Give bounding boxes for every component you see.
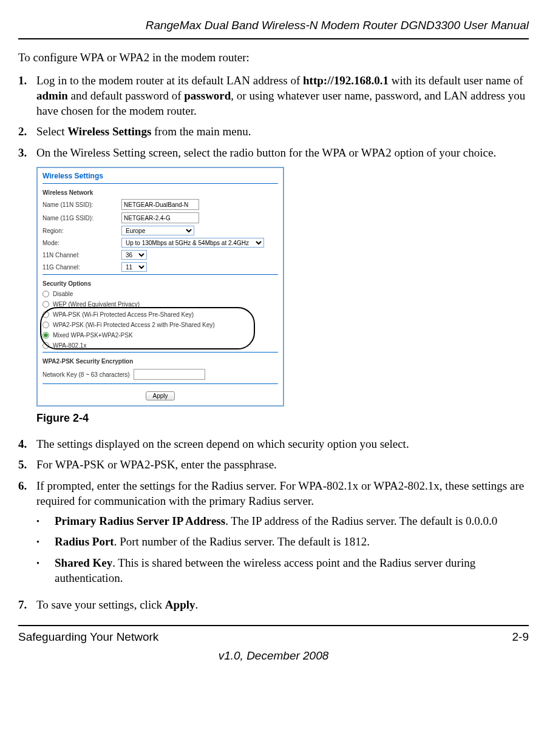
opt-wpa-psk: WPA-PSK (Wi-Fi Protected Access Pre-Shar… — [38, 309, 283, 320]
step-number: 3. — [18, 146, 36, 161]
step-number: 7. — [18, 598, 36, 613]
row-mode: Mode: Up to 130Mbps at 5GHz & 54Mbps at … — [38, 237, 283, 249]
steps-list: 1. Log in to the modem router at its def… — [18, 73, 529, 160]
text: Shared Key. This is shared between the w… — [55, 556, 529, 586]
doc-title: RangeMax Dual Band Wireless-N Modem Rout… — [18, 18, 529, 33]
opt-disable: Disable — [38, 289, 283, 299]
label: 11G Channel: — [42, 263, 121, 271]
row-11n-channel: 11N Channel: 36 — [38, 249, 283, 261]
step-text: Log in to the modem router at its defaul… — [36, 73, 529, 118]
step-2: 2. Select Wireless Settings from the mai… — [18, 124, 529, 140]
label: 11N Channel: — [42, 251, 121, 259]
encryption-heading: WPA2-PSK Security Encryption — [38, 356, 283, 366]
bullet-icon: • — [36, 514, 55, 529]
figure-screenshot: Wireless Settings Wireless Network Name … — [36, 167, 529, 407]
label: Mixed WPA-PSK+WPA2-PSK — [53, 331, 133, 339]
footer-version: v1.0, December 2008 — [18, 649, 529, 664]
row-11g-channel: 11G Channel: 11 — [38, 261, 283, 273]
step-number: 1. — [18, 73, 36, 118]
step-number: 4. — [18, 437, 36, 452]
row-network-key: Network Key (8 ~ 63 characters) — [38, 366, 283, 382]
network-key-input[interactable] — [134, 369, 205, 380]
page-footer: Safeguarding Your Network 2-9 v1.0, Dece… — [18, 625, 529, 663]
row-region: Region: Europe — [38, 224, 283, 237]
step-text: Select Wireless Settings from the main m… — [36, 124, 529, 140]
footer-line: Safeguarding Your Network 2-9 — [18, 630, 529, 645]
opt-mixed: Mixed WPA-PSK+WPA2-PSK — [38, 330, 283, 340]
region-select[interactable]: Europe — [121, 226, 194, 235]
row-name-11g: Name (11G SSID): — [38, 211, 283, 224]
divider — [42, 183, 278, 184]
apply-row: Apply — [38, 388, 283, 405]
radio-wpa2-psk[interactable] — [42, 322, 49, 328]
intro-text: To configure WPA or WPA2 in the modem ro… — [18, 50, 529, 66]
security-options-group: Disable WEP (Wired Equivalent Privacy) W… — [38, 289, 283, 351]
label: WEP (Wired Equivalent Privacy) — [53, 300, 140, 308]
header-rule — [18, 38, 529, 39]
divider — [42, 383, 278, 384]
label: Mode: — [42, 239, 121, 247]
radio-wpa-8021x[interactable] — [42, 342, 49, 349]
footer-left: Safeguarding Your Network — [18, 630, 158, 645]
channel-11g-select[interactable]: 11 — [121, 262, 147, 272]
step-6: 6. If prompted, enter the settings for t… — [18, 479, 529, 592]
step-number: 5. — [18, 457, 36, 473]
sub-primary-ip: •Primary Radius Server IP Address. The I… — [36, 514, 529, 529]
text: . — [195, 598, 199, 611]
opt-wep: WEP (Wired Equivalent Privacy) — [38, 299, 283, 309]
text: from the main menu. — [151, 125, 251, 138]
step-text: If prompted, enter the settings for the … — [36, 479, 529, 592]
step-number: 6. — [18, 479, 36, 592]
mode-select[interactable]: Up to 130Mbps at 5GHz & 54Mbps at 2.4GHz — [121, 238, 264, 248]
text: Log in to the modem router at its defaul… — [36, 74, 303, 87]
page-number: 2-9 — [512, 630, 529, 645]
bullet-icon: • — [36, 556, 55, 586]
sub-shared-key: •Shared Key. This is shared between the … — [36, 556, 529, 586]
figure-caption: Figure 2-4 — [36, 411, 529, 425]
step-text: On the Wireless Setting screen, select t… — [36, 146, 529, 161]
url-bold: http://192.168.0.1 — [303, 74, 389, 87]
text: . The IP address of the Radius server. T… — [225, 515, 497, 527]
text: . Port number of the Radius server. The … — [114, 535, 370, 548]
step-text: The settings displayed on the screen dep… — [36, 437, 529, 452]
step-text: For WPA-PSK or WPA2-PSK, enter the passp… — [36, 457, 529, 473]
step-number: 2. — [18, 124, 36, 140]
row-name-11n: Name (11N SSID): — [38, 198, 283, 211]
apply-button[interactable]: Apply — [146, 391, 174, 400]
steps-list-continued: 4. The settings displayed on the screen … — [18, 437, 529, 613]
sub-radius-port: •Radius Port. Port number of the Radius … — [36, 535, 529, 550]
wireless-settings-panel: Wireless Settings Wireless Network Name … — [36, 167, 284, 407]
bold: password — [184, 89, 231, 102]
ssid-11n-input[interactable] — [121, 199, 199, 210]
text: Primary Radius Server IP Address. The IP… — [55, 514, 497, 529]
label: WPA-PSK (Wi-Fi Protected Access Pre-Shar… — [53, 311, 194, 319]
radio-wpa-psk[interactable] — [42, 311, 49, 318]
label: Name (11G SSID): — [42, 214, 121, 222]
step-5: 5. For WPA-PSK or WPA2-PSK, enter the pa… — [18, 457, 529, 473]
radio-wep[interactable] — [42, 301, 49, 308]
text: If prompted, enter the settings for the … — [36, 479, 524, 507]
wireless-network-heading: Wireless Network — [38, 187, 283, 198]
bold: Apply — [165, 598, 195, 611]
bold: Wireless Settings — [67, 125, 151, 138]
bold: Shared Key — [55, 556, 112, 569]
radio-mixed[interactable] — [42, 332, 49, 339]
footer-rule — [18, 625, 529, 626]
text: Select — [36, 125, 67, 138]
step-7: 7. To save your settings, click Apply. — [18, 598, 529, 613]
ssid-11g-input[interactable] — [121, 212, 199, 223]
text: with its default user name of — [389, 74, 523, 87]
step-1: 1. Log in to the modem router at its def… — [18, 73, 529, 118]
divider — [42, 274, 278, 275]
panel-title: Wireless Settings — [38, 168, 283, 183]
security-options-heading: Security Options — [38, 278, 283, 289]
step-text: To save your settings, click Apply. — [36, 598, 529, 613]
text: Radius Port. Port number of the Radius s… — [55, 535, 370, 550]
text: . This is shared between the wireless ac… — [55, 556, 475, 584]
label: WPA2-PSK (Wi-Fi Protected Access 2 with … — [53, 321, 215, 329]
step-3: 3. On the Wireless Setting screen, selec… — [18, 146, 529, 161]
radio-disable[interactable] — [42, 291, 49, 297]
label: Name (11N SSID): — [42, 201, 121, 209]
text: To save your settings, click — [36, 598, 165, 611]
channel-11n-select[interactable]: 36 — [121, 250, 147, 260]
